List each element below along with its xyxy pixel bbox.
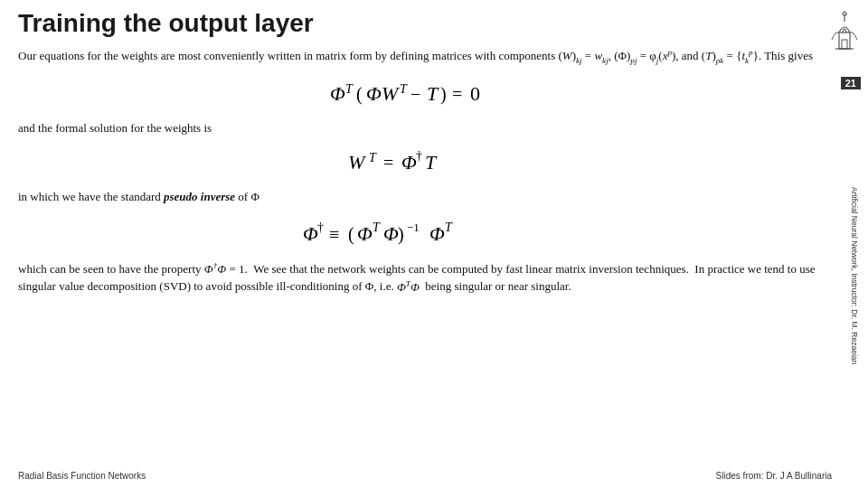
- pseudo-inverse-text: pseudo inverse: [164, 190, 235, 203]
- page-container: Training the output layer 21 Our equatio…: [0, 0, 868, 488]
- svg-text:Φ: Φ: [401, 151, 417, 174]
- svg-text:=: =: [383, 153, 393, 173]
- svg-text:T: T: [425, 151, 438, 174]
- svg-text:Φ: Φ: [357, 222, 373, 245]
- svg-text:(: (: [348, 224, 354, 245]
- sidebar-rotated-label: Artificial Neural Network, Instructor: D…: [850, 187, 859, 365]
- equation-2: W T = Φ † T: [18, 142, 832, 183]
- svg-text:T: T: [345, 82, 354, 96]
- svg-text:Φ: Φ: [330, 82, 345, 105]
- paragraph-2: and the formal solution for the weights …: [18, 119, 832, 137]
- svg-text:T: T: [373, 221, 381, 234]
- svg-text:Φ: Φ: [429, 222, 445, 245]
- svg-text:T: T: [445, 221, 453, 234]
- svg-text:†: †: [416, 149, 422, 163]
- footer-right: Slides from: Dr. J A Bullinaria: [716, 471, 832, 481]
- svg-text:T: T: [427, 82, 439, 105]
- svg-text:−1: −1: [407, 221, 420, 234]
- svg-text:T: T: [369, 151, 377, 164]
- svg-text:): ): [398, 224, 404, 245]
- sidebar-label-container: Artificial Neural Network, Instructor: D…: [841, 90, 868, 461]
- main-content: Our equations for the weights are most c…: [18, 47, 832, 296]
- footer-left: Radial Basis Function Networks: [18, 471, 146, 481]
- paragraph-3: in which we have the standard pseudo inv…: [18, 188, 832, 206]
- equation-3: Φ † ≡ ( Φ T Φ ) −1 Φ T: [18, 211, 832, 255]
- paragraph-1: Our equations for the weights are most c…: [18, 47, 832, 68]
- page-number-badge: 21: [841, 77, 861, 89]
- equation-1: Φ T ( Φ W T − T ) = 0: [18, 73, 832, 114]
- svg-text:Φ: Φ: [303, 222, 318, 245]
- svg-text:0: 0: [470, 82, 480, 105]
- svg-text:≡: ≡: [329, 224, 339, 244]
- this-gives-text: This gives: [764, 49, 813, 62]
- footer: Radial Basis Function Networks Slides fr…: [18, 471, 832, 481]
- svg-text:†: †: [317, 221, 324, 234]
- svg-text:(: (: [356, 84, 363, 105]
- svg-text:): ): [440, 84, 447, 105]
- svg-text:W: W: [348, 151, 366, 174]
- paragraph-4: which can be seen to have the property Φ…: [18, 260, 832, 296]
- svg-text:T: T: [400, 82, 408, 96]
- svg-text:=: =: [452, 84, 462, 104]
- page-title: Training the output layer: [18, 9, 850, 38]
- svg-text:Φ: Φ: [383, 222, 399, 245]
- svg-text:Φ: Φ: [366, 82, 382, 105]
- svg-text:−: −: [410, 84, 420, 104]
- svg-text:W: W: [382, 82, 400, 105]
